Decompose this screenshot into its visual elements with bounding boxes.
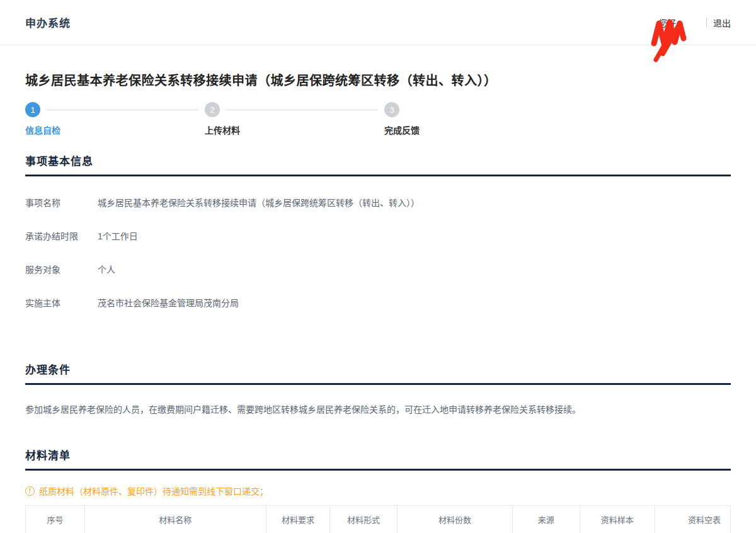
field-time-limit: 承诺办结时限 1个工作日 (25, 229, 731, 242)
conditions-heading: 办理条件 (25, 361, 731, 385)
col-header-sample: 资料样本 (580, 506, 655, 533)
col-header-source: 来源 (513, 506, 580, 533)
step-label-3: 完成反馈 (384, 123, 479, 136)
step-connector (226, 110, 378, 110)
col-header-no: 序号 (26, 506, 85, 533)
info-icon: ! (25, 486, 35, 496)
field-label: 承诺办结时限 (25, 229, 98, 242)
step-connector (47, 110, 198, 110)
col-header-form: 材料形式 (330, 506, 397, 533)
header-user-area: 您好 退出 (658, 16, 731, 29)
field-value: 茂名市社会保险基金管理局茂南分局 (98, 296, 239, 309)
header-divider (706, 18, 707, 27)
step-label-2: 上传材料 (205, 123, 384, 136)
section-basic-info: 事项基本信息 事项名称 城乡居民基本养老保险关系转移接续申请（城乡居保跨统筹区转… (25, 152, 731, 335)
field-item-name: 事项名称 城乡居民基本养老保险关系转移接续申请（城乡居保跨统筹区转移（转出、转入… (25, 196, 731, 209)
field-value: 个人 (98, 263, 115, 275)
col-header-requirement: 材料要求 (266, 506, 330, 533)
logout-button[interactable]: 退出 (713, 16, 731, 29)
col-header-blank: 资料空表 (655, 506, 731, 533)
materials-table: 序号 材料名称 材料要求 材料形式 材料份数 来源 资料样本 资料空表 1 有效… (25, 505, 731, 533)
notice-text: 纸质材料（材料原件、复印件）待通知需到线下窗口递交； (39, 484, 268, 497)
field-label: 实施主体 (25, 296, 98, 309)
field-label: 服务对象 (25, 263, 98, 275)
field-service-target: 服务对象 个人 (25, 263, 731, 275)
step-circle-1: 1 (25, 102, 40, 117)
main-content: 城乡居民基本养老保险关系转移接续申请（城乡居保跨统筹区转移（转出、转入）） 1 … (0, 45, 756, 533)
table-header-row: 序号 材料名称 材料要求 材料形式 材料份数 来源 资料样本 资料空表 (26, 506, 731, 533)
step-label-1: 信息自检 (25, 123, 205, 136)
col-header-name: 材料名称 (84, 506, 266, 533)
basic-info-heading: 事项基本信息 (25, 152, 731, 176)
section-materials: 材料清单 ! 纸质材料（材料原件、复印件）待通知需到线下窗口递交； 序号 材料名… (25, 447, 731, 533)
materials-heading: 材料清单 (25, 447, 731, 471)
field-value: 1个工作日 (98, 229, 138, 242)
step-circle-2: 2 (205, 102, 220, 117)
step-upload-materials: 2 上传材料 (205, 101, 384, 136)
app-header: 申办系统 您好 退出 (0, 0, 756, 45)
step-indicator: 1 信息自检 2 上传材料 3 完成反馈 (25, 101, 479, 136)
basic-info-fields: 事项名称 城乡居民基本养老保险关系转移接续申请（城乡居保跨统筹区转移（转出、转入… (25, 176, 731, 335)
section-conditions: 办理条件 参加城乡居民养老保险的人员，在缴费期间户籍迁移、需要跨地区转移城乡居民… (25, 361, 731, 420)
greeting-text: 您好 (658, 16, 676, 29)
step-complete-feedback: 3 完成反馈 (384, 101, 479, 136)
app-title: 申办系统 (25, 14, 71, 30)
page-title: 城乡居民基本养老保险关系转移接续申请（城乡居保跨统筹区转移（转出、转入）） (25, 71, 731, 89)
step-info-check: 1 信息自检 (25, 101, 205, 136)
paper-materials-notice: ! 纸质材料（材料原件、复印件）待通知需到线下窗口递交； (25, 484, 731, 497)
field-label: 事项名称 (25, 196, 98, 209)
username-redacted (676, 16, 705, 29)
field-implementing-body: 实施主体 茂名市社会保险基金管理局茂南分局 (25, 296, 731, 309)
conditions-text: 参加城乡居民养老保险的人员，在缴费期间户籍迁移、需要跨地区转移城乡居民养老保险关… (25, 385, 731, 420)
field-value: 城乡居民基本养老保险关系转移接续申请（城乡居保跨统筹区转移（转出、转入）） (98, 196, 420, 209)
step-circle-3: 3 (384, 102, 399, 117)
col-header-copies: 材料份数 (397, 506, 513, 533)
